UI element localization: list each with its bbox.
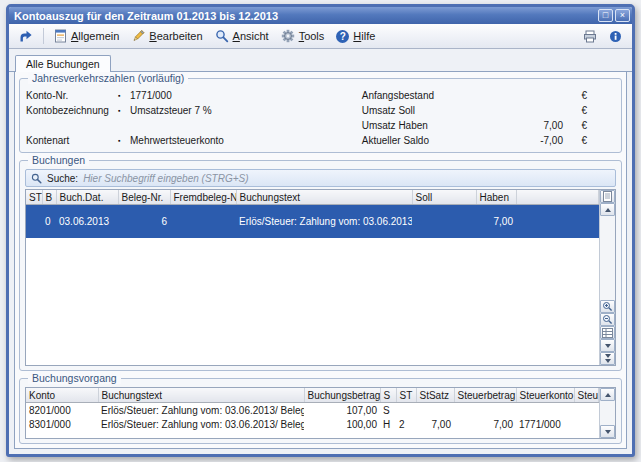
cell-steuerbetrag: 7,00 xyxy=(454,417,516,431)
col-stsatz[interactable]: StSatz xyxy=(416,388,454,403)
col-buchungstext[interactable]: Buchungstext xyxy=(98,388,304,403)
cell-buchungstext: Erlös/Steuer: Zahlung vom: 03.06.2013/ B… xyxy=(98,417,304,431)
col-haben[interactable]: Haben xyxy=(476,190,516,205)
help-icon: ? xyxy=(336,30,349,43)
cell-belegnr: 6 xyxy=(118,205,170,239)
col-s[interactable]: S xyxy=(380,388,396,403)
tabstrip: Alle Buchungen xyxy=(9,53,632,72)
vertical-scrollbar xyxy=(599,190,615,365)
col-steuerkonto1[interactable]: Steuerkonto 1 xyxy=(516,388,574,403)
titlebar[interactable]: Kontoauszug für den Zeitraum 01.2013 bis… xyxy=(9,7,632,24)
info-icon xyxy=(609,30,622,43)
tab-alle-buchungen[interactable]: Alle Buchungen xyxy=(15,55,111,72)
search-placeholder: Hier Suchbegriff eingeben (STRG+S) xyxy=(83,173,248,184)
arrow-down-icon xyxy=(605,344,611,348)
menu-allgemein[interactable]: Allgemein xyxy=(49,28,124,44)
arrow-down-icon xyxy=(605,430,611,434)
column-options-button[interactable] xyxy=(600,190,615,203)
menu-bearbeiten-label: Bearbeiten xyxy=(149,30,202,42)
cell-steuerkonto1: 1771/000 xyxy=(516,417,574,431)
grid-view-button[interactable] xyxy=(600,326,615,339)
scrollbar-track[interactable] xyxy=(600,216,615,300)
cell-st: 2 xyxy=(396,417,416,431)
anfangsbestand-label: Anfangsbestand xyxy=(362,90,472,101)
col-filler xyxy=(516,190,599,205)
group-title: Jahresverkehrszahlen (vorläufig) xyxy=(28,72,188,84)
menu-bearbeiten[interactable]: Bearbeiten xyxy=(126,28,207,44)
konto-nr-label: Konto-Nr. xyxy=(26,90,118,101)
zoom-out-icon xyxy=(602,314,613,325)
scroll-up-button[interactable] xyxy=(600,203,615,216)
booking-row[interactable]: 0 03.06.2013 6 Erlös/Steuer: Zahlung vom… xyxy=(26,205,599,239)
menu-ansicht-label: Ansicht xyxy=(233,30,269,42)
cell-haben: 7,00 xyxy=(476,205,516,239)
col-belegnr[interactable]: Beleg-Nr. xyxy=(118,190,170,205)
col-fremdbelegnr[interactable]: Fremdbeleg-Nr. xyxy=(170,190,236,205)
info-button[interactable] xyxy=(604,29,627,44)
page-down-button[interactable] xyxy=(600,352,615,365)
menu-hilfe[interactable]: ? Hilfe xyxy=(331,29,380,44)
toolbar: Allgemein Bearbeiten Ansicht Tools ? Hil… xyxy=(9,24,632,49)
arrow-up-icon xyxy=(605,393,611,397)
currency-symbol: € xyxy=(563,120,587,131)
col-b[interactable]: B xyxy=(42,190,56,205)
form-icon xyxy=(54,29,67,43)
cell-s: H xyxy=(380,417,396,431)
double-arrow-down-icon xyxy=(605,354,611,363)
cell-buchungsbetrag: 100,00 xyxy=(304,417,380,431)
cell-stsatz xyxy=(416,403,454,418)
cell-st xyxy=(396,403,416,418)
menu-ansicht[interactable]: Ansicht xyxy=(210,28,274,44)
col-steuerbetrag[interactable]: Steuerbetrag xyxy=(454,388,516,403)
kontenart-value: Mehrwertsteuerkonto xyxy=(130,135,224,146)
umsatz-haben-value: 7,00 xyxy=(472,120,563,131)
vorgang-table: Konto Buchungstext Buchungsbetrag S ST S… xyxy=(26,388,599,438)
empty-row xyxy=(26,118,362,133)
summary-grid: Konto-Nr. ▪ 1771/000 Kontobezeichnung ▪ … xyxy=(26,88,615,148)
toolbar-separator xyxy=(43,28,44,44)
scroll-up-button[interactable] xyxy=(600,388,615,401)
scroll-down-button[interactable] xyxy=(600,339,615,352)
search-label: Suche: xyxy=(47,173,78,184)
col-steuerkonto2[interactable]: Steuerkonto 2 xyxy=(574,388,599,403)
scrollbar-track[interactable] xyxy=(600,401,615,425)
kontobezeichnung-label: Kontobezeichnung xyxy=(26,105,118,116)
col-buchungsbetrag[interactable]: Buchungsbetrag xyxy=(304,388,380,403)
zoom-out-button[interactable] xyxy=(600,313,615,326)
menu-tools[interactable]: Tools xyxy=(276,28,330,44)
currency-symbol: € xyxy=(563,135,587,146)
col-buchdat[interactable]: Buch.Dat. xyxy=(56,190,118,205)
window-title: Kontoauszug für den Zeitraum 01.2013 bis… xyxy=(14,10,596,22)
vertical-scrollbar xyxy=(599,388,615,438)
vorgang-row[interactable]: 8201/000 Erlös/Steuer: Zahlung vom: 03.0… xyxy=(26,403,599,418)
goto-arrow-icon xyxy=(19,29,33,43)
cell-steuerbetrag xyxy=(454,403,516,418)
scroll-down-button[interactable] xyxy=(600,425,615,438)
print-button[interactable] xyxy=(578,29,602,44)
col-st[interactable]: ST xyxy=(26,190,42,205)
bullet-icon: ▪ xyxy=(118,107,130,114)
cell-buchungsbetrag: 107,00 xyxy=(304,403,380,418)
search-input[interactable]: Suche: Hier Suchbegriff eingeben (STRG+S… xyxy=(25,169,616,187)
vorgang-header-row: Konto Buchungstext Buchungsbetrag S ST S… xyxy=(26,388,599,403)
restore-button[interactable]: □ xyxy=(598,9,613,22)
umsatz-soll-label: Umsatz Soll xyxy=(362,105,472,116)
aktueller-saldo-label: Aktueller Saldo xyxy=(362,135,472,146)
group-jahresverkehrszahlen: Jahresverkehrszahlen (vorläufig) Konto-N… xyxy=(19,78,622,153)
magnifier-icon xyxy=(215,29,229,43)
goto-button[interactable] xyxy=(14,28,38,44)
col-soll[interactable]: Soll xyxy=(412,190,476,205)
col-st[interactable]: ST xyxy=(396,388,416,403)
close-button[interactable]: × xyxy=(615,9,630,22)
cell-fremdbelegnr xyxy=(170,205,236,239)
cell-s: S xyxy=(380,403,396,418)
kontenart-label: Kontenart xyxy=(26,135,118,146)
col-konto[interactable]: Konto xyxy=(26,388,98,403)
gear-icon xyxy=(281,29,295,43)
bookings-header-row: ST B Buch.Dat. Beleg-Nr. Fremdbeleg-Nr. … xyxy=(26,190,599,205)
zoom-in-button[interactable] xyxy=(600,300,615,313)
col-buchungstext[interactable]: Buchungstext xyxy=(236,190,412,205)
close-icon: × xyxy=(620,10,625,20)
vorgang-row[interactable]: 8301/000 Erlös/Steuer: Zahlung vom: 03.0… xyxy=(26,417,599,431)
empty-rows-area xyxy=(26,238,599,365)
